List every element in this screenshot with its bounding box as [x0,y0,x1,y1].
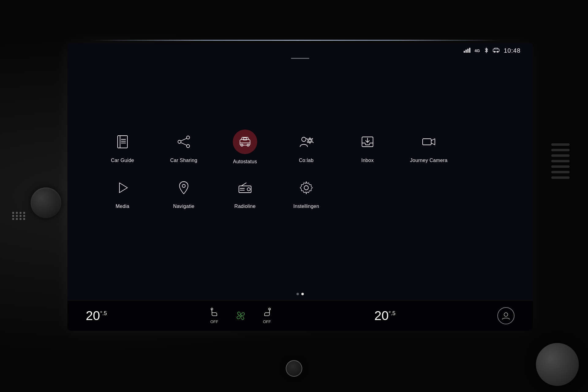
page-dot-1[interactable] [296,293,299,295]
app-row-2: Media Navigatie [92,177,508,209]
svg-point-29 [182,184,185,187]
signal-icon [464,48,470,54]
svg-point-31 [247,188,250,191]
climate-left-seat[interactable]: OFF [209,307,220,324]
bluetooth-icon [484,47,488,54]
app-media[interactable]: Media [92,177,153,209]
colab-icon-wrap [295,131,317,153]
profile-button[interactable] [497,307,514,324]
autostatus-icon-wrap [233,130,257,154]
app-colab[interactable]: Co:lab [276,131,337,163]
app-grid: Car Guide Car Sharing [67,64,533,290]
climate-right-temp-value: 20 [374,308,389,323]
instellingen-label: Instellingen [293,204,319,209]
climate-controls: OFF [209,307,273,324]
svg-line-16 [181,143,187,145]
location-pin-icon [176,180,191,195]
media-label: Media [115,204,129,209]
profile-icon [501,311,511,321]
app-car-guide[interactable]: Car Guide [92,131,153,163]
svg-point-38 [504,313,508,316]
app-inbox[interactable]: Inbox [337,131,398,163]
app-journey-camera[interactable]: Journey Camera [398,131,459,163]
book-icon [115,134,130,149]
climate-left-seat-status: OFF [210,319,218,324]
instellingen-icon-wrap [295,177,317,199]
climate-fan[interactable] [235,310,246,321]
video-camera-icon [421,134,436,149]
right-vent [533,137,588,185]
status-time: 10:48 [504,47,521,54]
status-bar: 4G 10:48 [67,43,533,57]
svg-point-5 [494,51,495,52]
svg-point-35 [211,308,213,310]
autostatus-label: Autostatus [233,159,257,164]
svg-line-15 [181,138,187,141]
seat-left-icon [209,307,220,318]
car-connected-icon [493,48,499,54]
settings-gear-icon [299,180,314,195]
climate-right-seat[interactable]: OFF [262,307,273,324]
svg-rect-2 [467,49,469,53]
share-icon [176,134,191,149]
svg-rect-0 [464,51,465,53]
navigatie-label: Navigatie [173,204,194,209]
app-radioline[interactable]: Radioline [214,177,276,209]
page-indicators [67,290,533,300]
svg-marker-28 [119,183,127,193]
home-button[interactable] [286,360,302,377]
svg-rect-1 [466,50,467,53]
climate-right-seat-status: OFF [263,319,271,324]
car-sharing-label: Car Sharing [170,158,198,163]
fan-icon [235,310,246,321]
inbox-icon-wrap [356,131,379,153]
navigatie-icon-wrap [173,177,195,199]
seat-right-icon [262,307,273,318]
play-icon [115,180,130,195]
climate-left-temp: 20 °.5 [86,308,107,323]
app-car-sharing[interactable]: Car Sharing [153,131,214,163]
radioline-label: Radioline [234,204,255,209]
infotainment-screen: 4G 10:48 [67,43,533,331]
svg-point-36 [240,315,242,317]
car-front-icon [238,135,252,149]
page-dot-2[interactable] [301,293,304,295]
car-guide-icon-wrap [111,131,134,153]
app-instellingen[interactable]: Instellingen [276,177,337,209]
svg-point-22 [302,137,306,141]
climate-bar: 20 °.5 OFF [67,300,533,331]
left-knob-area [0,157,67,249]
climate-left-temp-value: 20 [86,308,100,323]
svg-point-14 [187,145,190,148]
inbox-download-icon [360,134,375,149]
car-guide-label: Car Guide [111,158,134,163]
app-autostatus[interactable]: Autostatus [214,130,276,164]
left-rotary-knob[interactable] [31,187,61,218]
svg-point-23 [309,139,311,142]
small-dots-decoration [12,212,26,220]
bottom-right-knob[interactable] [536,343,579,386]
svg-point-6 [497,51,498,52]
svg-rect-27 [423,139,431,145]
home-button-area [286,360,302,377]
svg-point-34 [304,186,308,190]
screen-content: 4G 10:48 [67,43,533,331]
svg-rect-7 [118,136,127,148]
journey-camera-icon-wrap [418,131,440,153]
svg-point-37 [269,308,270,310]
light-bar [92,40,502,41]
radio-icon [238,180,252,195]
lte-label: 4G [475,48,480,53]
colab-label: Co:lab [299,158,314,163]
media-icon-wrap [111,177,134,199]
app-navigatie[interactable]: Navigatie [153,177,214,209]
car-sharing-icon-wrap [173,131,195,153]
climate-left-temp-decimal: °.5 [100,310,107,317]
swipe-indicator [67,57,533,64]
inbox-label: Inbox [361,158,374,163]
climate-right-temp-decimal: °.5 [389,310,395,317]
swipe-line [291,58,309,59]
app-row-1: Car Guide Car Sharing [92,130,508,164]
journey-camera-label: Journey Camera [410,158,447,163]
climate-right-temp: 20 °.5 [374,308,395,323]
